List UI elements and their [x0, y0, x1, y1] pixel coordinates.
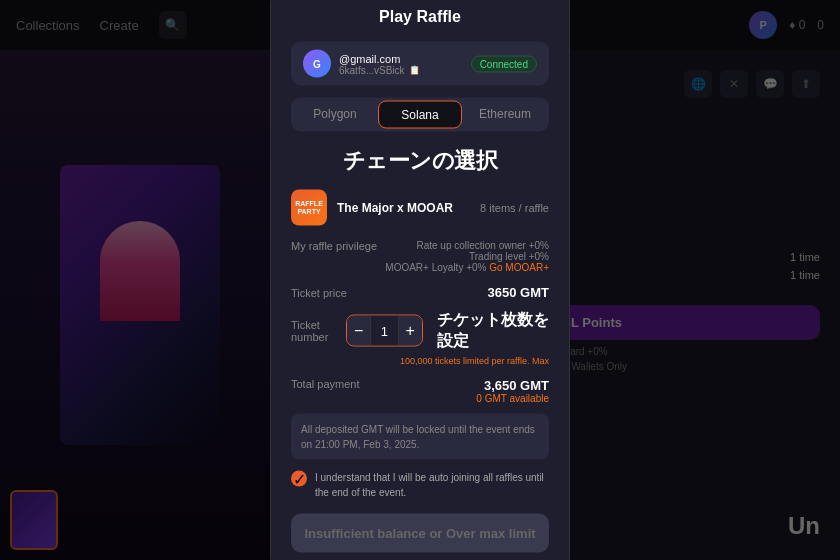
rate-collection: Rate up collection owner +0%: [385, 240, 549, 251]
ticket-price-row: Ticket price 3650 GMT: [291, 285, 549, 300]
project-items: 8 items / raffle: [480, 202, 549, 214]
total-section: Total payment 3,650 GMT 0 GMT available: [291, 378, 549, 404]
ticket-limit: 100,000 tickets limited per raffle. Max: [291, 356, 549, 366]
chain-annotation: チェーンの選択: [291, 146, 549, 176]
chain-tabs: Polygon Solana Ethereum: [291, 98, 549, 132]
total-row: Total payment 3,650 GMT 0 GMT available: [291, 378, 549, 404]
privilege-row: My raffle privilege Rate up collection o…: [291, 240, 549, 273]
ticket-price-label: Ticket price: [291, 286, 347, 298]
project-row: RAFFLEPARTY The Major x MOOAR 8 items / …: [291, 190, 549, 226]
ticket-stepper: − 1 +: [346, 315, 423, 347]
stepper-value: 1: [370, 316, 398, 346]
account-info: @gmail.com 6katfs...vSBick 📋: [339, 52, 463, 75]
modal-title: Play Raffle: [291, 8, 549, 26]
chain-tab-solana[interactable]: Solana: [378, 101, 462, 129]
total-amount: 3,650 GMT: [476, 378, 549, 393]
ticket-annotation: チケット枚数を設定: [437, 310, 549, 352]
chain-tab-polygon[interactable]: Polygon: [294, 101, 376, 129]
ticket-number-label: Ticket number: [291, 319, 346, 343]
account-email: @gmail.com: [339, 52, 463, 64]
total-values: 3,650 GMT 0 GMT available: [476, 378, 549, 404]
chain-tab-ethereum[interactable]: Ethereum: [464, 101, 546, 129]
ticket-number-row: Ticket number − 1 + チケット枚数を設定: [291, 310, 549, 352]
account-row: G @gmail.com 6katfs...vSBick 📋 Connected: [291, 42, 549, 86]
lock-notice: All deposited GMT will be locked until t…: [291, 414, 549, 460]
stepper-plus[interactable]: +: [399, 316, 422, 346]
total-available[interactable]: 0 GMT available: [476, 393, 549, 404]
action-button[interactable]: Insufficient balance or Over max limit: [291, 514, 549, 553]
project-name: The Major x MOOAR: [337, 201, 453, 215]
connected-badge: Connected: [471, 55, 537, 72]
play-raffle-modal: Play Raffle G @gmail.com 6katfs...vSBick…: [270, 0, 570, 560]
project-thumbnail: RAFFLEPARTY: [291, 190, 327, 226]
rate-trading: Trading level +0%: [385, 251, 549, 262]
checkbox-label: I understand that I will be auto joining…: [315, 470, 549, 500]
checkbox-row[interactable]: ✓ I understand that I will be auto joini…: [291, 470, 549, 500]
copy-icon[interactable]: 📋: [409, 65, 420, 75]
ticket-price-value: 3650 GMT: [488, 285, 549, 300]
stepper-minus[interactable]: −: [347, 316, 370, 346]
privilege-values: Rate up collection owner +0% Trading lev…: [385, 240, 549, 273]
max-link[interactable]: Max: [532, 356, 549, 366]
total-label: Total payment: [291, 378, 359, 390]
account-avatar: G: [303, 50, 331, 78]
go-mooar-link[interactable]: Go MOOAR+: [489, 262, 549, 273]
checkbox-icon[interactable]: ✓: [291, 471, 307, 487]
rate-loyalty: MOOAR+ Loyalty +0% Go MOOAR+: [385, 262, 549, 273]
account-address: 6katfs...vSBick 📋: [339, 64, 463, 75]
privilege-label: My raffle privilege: [291, 240, 377, 252]
privilege-section: My raffle privilege Rate up collection o…: [291, 240, 549, 273]
